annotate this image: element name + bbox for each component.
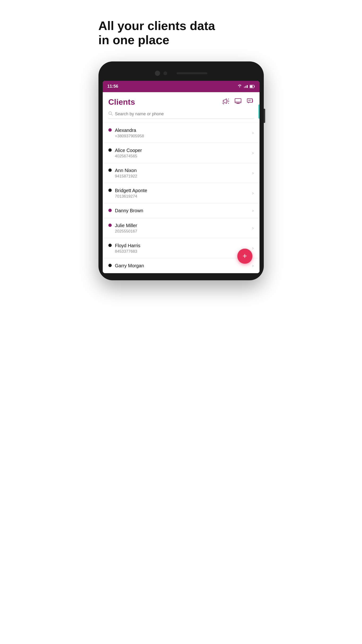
svg-rect-8	[235, 98, 241, 103]
camera-cutout	[155, 71, 160, 76]
headline-line1: All your clients data	[98, 19, 215, 32]
list-item[interactable]: Alice Cooper 4025674565 ›	[103, 143, 260, 163]
contact-phone: 2025550167	[115, 229, 137, 234]
chevron-right-icon: ›	[252, 225, 254, 231]
page-headline: All your clients data in one place	[98, 19, 264, 47]
monitor-icon[interactable]	[235, 98, 242, 106]
contact-left: Alice Cooper 4025674565	[108, 147, 142, 158]
signal-icon	[244, 85, 248, 88]
contact-left: Garry Morgan	[108, 262, 144, 269]
contact-left: Floyd Harris 8453377683	[108, 242, 140, 254]
sensor-cutout	[163, 71, 167, 75]
contact-name: Alexandra	[115, 127, 144, 133]
app-title: Clients	[108, 97, 135, 106]
megaphone-icon[interactable]	[222, 98, 229, 106]
contact-info: Bridgett Aponte 7013619274	[115, 188, 147, 199]
fab-label: +	[243, 252, 247, 260]
volume-button	[264, 109, 265, 123]
search-row[interactable]	[108, 111, 254, 119]
contact-info: Floyd Harris 8453377683	[115, 242, 140, 254]
contact-phone: 7013619274	[115, 194, 147, 199]
battery-icon	[250, 85, 255, 88]
status-time: 11:56	[107, 84, 118, 89]
contact-name: Alice Cooper	[115, 147, 142, 154]
svg-line-4	[223, 104, 224, 104]
contact-left: Bridgett Aponte 7013619274	[108, 188, 147, 199]
contact-info: Garry Morgan	[115, 262, 144, 269]
contact-list: Alexandra +380937905958 › Alice Cooper 4…	[103, 123, 260, 273]
svg-rect-2	[250, 85, 252, 88]
contact-status-dot	[108, 148, 112, 152]
svg-rect-12	[247, 98, 252, 102]
contact-status-dot	[108, 244, 112, 247]
contact-phone: 9415871922	[115, 174, 137, 179]
phone-screen: 11:56	[103, 81, 260, 273]
add-client-fab[interactable]: +	[237, 248, 252, 264]
contact-info: Alice Cooper 4025674565	[115, 147, 142, 158]
scroll-indicator	[258, 104, 260, 119]
contact-info: Julie Miller 2025550167	[115, 222, 137, 234]
search-input[interactable]	[115, 112, 254, 116]
chevron-right-icon: ›	[252, 150, 254, 156]
list-item[interactable]: Alexandra +380937905958 ›	[103, 123, 260, 143]
contact-status-dot	[108, 128, 112, 132]
contact-name: Julie Miller	[115, 222, 137, 228]
chevron-right-icon: ›	[252, 208, 254, 213]
chevron-right-icon: ›	[252, 245, 254, 251]
chevron-right-icon: ›	[252, 263, 254, 268]
svg-rect-1	[254, 86, 255, 87]
list-item[interactable]: Ann Nixon 9415871922 ›	[103, 163, 260, 183]
contact-name: Floyd Harris	[115, 242, 140, 248]
chevron-right-icon: ›	[252, 130, 254, 136]
contact-name: Bridgett Aponte	[115, 188, 147, 194]
contact-phone: 8453377683	[115, 249, 140, 254]
phone-device: 11:56	[98, 62, 264, 280]
list-item[interactable]: Bridgett Aponte 7013619274 ›	[103, 183, 260, 203]
chat-icon[interactable]	[247, 98, 254, 106]
contact-phone: +380937905958	[115, 134, 144, 138]
contact-left: Julie Miller 2025550167	[108, 222, 137, 234]
list-item[interactable]: Floyd Harris 8453377683 ›	[103, 238, 260, 258]
contact-info: Alexandra +380937905958	[115, 127, 144, 138]
svg-line-7	[228, 103, 229, 104]
status-icons	[237, 84, 255, 88]
chevron-right-icon: ›	[252, 170, 254, 176]
wifi-icon	[237, 84, 242, 88]
contact-name: Danny Brown	[115, 208, 143, 214]
contact-left: Danny Brown	[108, 208, 143, 214]
list-item[interactable]: Garry Morgan ›	[103, 258, 260, 273]
contact-status-dot	[108, 168, 112, 172]
headline-line2: in one place	[98, 33, 170, 47]
contact-status-dot	[108, 224, 112, 227]
contact-status-dot	[108, 209, 112, 212]
search-container	[103, 110, 260, 123]
contact-phone: 4025674565	[115, 154, 142, 158]
chevron-right-icon: ›	[252, 190, 254, 196]
svg-line-5	[228, 99, 229, 99]
contact-name: Ann Nixon	[115, 167, 137, 174]
contact-info: Ann Nixon 9415871922	[115, 167, 137, 179]
contact-status-dot	[108, 188, 112, 192]
contact-name: Garry Morgan	[115, 262, 144, 269]
status-bar: 11:56	[103, 81, 260, 92]
list-item[interactable]: Julie Miller 2025550167 ›	[103, 218, 260, 238]
contact-info: Danny Brown	[115, 208, 143, 214]
phone-top-bar	[103, 68, 260, 78]
list-item[interactable]: Danny Brown ›	[103, 203, 260, 218]
app-header: Clients	[103, 92, 260, 110]
contact-left: Alexandra +380937905958	[108, 127, 144, 138]
contact-left: Ann Nixon 9415871922	[108, 167, 137, 179]
svg-line-16	[111, 114, 112, 115]
speaker-bar	[177, 72, 207, 74]
search-icon	[108, 111, 113, 117]
header-action-icons	[222, 98, 254, 106]
contact-status-dot	[108, 264, 112, 267]
